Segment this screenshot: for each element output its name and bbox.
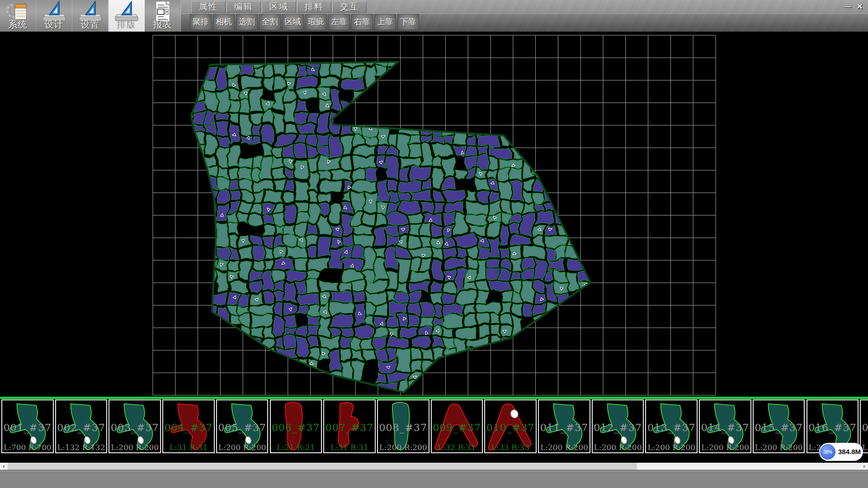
part-lr-count: L:200 R:200 [109,443,160,452]
strip-top-line [0,397,868,399]
part-lr-count: L:200 R:200 [217,443,268,452]
part-name: 011_#37 [539,422,590,433]
part-lr-count: L:32 R:31 [432,443,482,452]
parts-strip: 001_#37L:700 R:700002_#37L:132 R:132003_… [0,397,868,455]
part-lr-count: L:132 R:132 [56,443,107,452]
app-tab-1[interactable]: 系统 [0,0,36,32]
app-tab-3[interactable]: 设置 [72,0,108,32]
tool-10[interactable]: 下靠 [397,14,419,30]
tool-8[interactable]: 右靠 [351,14,373,30]
app-tab-label: 报表 [145,19,180,31]
part-thumbnail-013_#37[interactable]: 013_#37L:200 R:200 [645,399,698,453]
part-thumbnail-005_#37[interactable]: 005_#37L:200 R:200 [216,399,269,453]
tool-6[interactable]: 瑕疵 [305,14,327,30]
part-name: 013_#37 [646,422,697,433]
part-thumbnail-008_#37[interactable]: 008_#37L:200 R:200 [377,399,429,453]
app-tab-label: 设置 [72,19,108,31]
app-tab-label: 设计 [36,19,72,31]
menu-5[interactable]: 交互 [332,1,367,13]
part-lr-count: L:200 R:200 [378,443,429,452]
part-thumbnail-011_#37[interactable]: 011_#37L:200 R:200 [538,399,590,453]
part-thumbnail-006_#37[interactable]: 006_#37L:21 R:21 [270,399,322,453]
part-thumbnail-002_#37[interactable]: 002_#37L:132 R:132 [55,399,108,453]
tool-7[interactable]: 左靠 [328,14,350,30]
part-name: 003_#37 [109,422,160,433]
app-tab-label: 排版 [108,19,144,31]
progress-badge: 38% 384.8M [819,443,863,461]
part-name: 010_#37 [485,422,536,433]
part-thumbnail-010_#37[interactable]: 010_#37L:33 R:33 [484,399,537,453]
menu-4[interactable]: 排料 [297,1,331,13]
tool-9[interactable]: 上靠 [374,14,396,30]
part-lr-count: L:200 R:200 [754,443,804,452]
part-lr-count: L:200 R:200 [539,443,590,452]
app-tab-5[interactable]: 报表 [145,0,181,32]
part-thumbnail-001_#37[interactable]: 001_#37L:700 R:700 [1,399,54,453]
app-tab-label: 系统 [0,19,36,31]
scroll-right-button[interactable]: › [860,463,868,470]
part-name: 002_#37 [56,422,107,433]
part-thumbnail-003_#37[interactable]: 003_#37L:200 R:200 [108,399,161,453]
part-lr-count: L:21 R:21 [271,443,321,452]
part-thumbnail-015_#37[interactable]: 015_#37L:200 R:200 [753,399,805,453]
part-thumbnail-017_#37[interactable]: 017_#37L:200 R:200 [860,399,868,453]
part-thumbnail-009_#37[interactable]: 009_#37L:32 R:31 [431,399,483,453]
memory-label: 384.8M [838,443,861,461]
part-thumbnail-007_#37[interactable]: 007_#37L:31 R:31 [323,399,376,453]
tool-1[interactable]: 聚排 [190,14,212,30]
status-band [0,470,868,488]
part-thumbnail-004_#37[interactable]: 004_#37L:31 R:31 [162,399,215,453]
tool-5[interactable]: 区域 [282,14,304,30]
horizontal-scrollbar[interactable]: ‹ › [0,463,868,470]
part-name: 004_#37 [163,422,214,433]
part-name: 017_#37 [861,422,868,433]
close-button[interactable]: ✕ [854,2,865,12]
title-bar: 系统设计设置排版报表 属性编辑区域排料交互 聚排相机选割全割区域瑕疵左靠右靠上靠… [0,0,868,32]
part-lr-count: L:31 R:31 [163,443,214,452]
part-lr-count: L:200 R:200 [700,443,750,452]
menu-3[interactable]: 区域 [262,1,296,13]
progress-circle: 38% [820,444,835,460]
part-lr-count: L:33 R:33 [485,443,536,452]
part-thumbnail-012_#37[interactable]: 012_#37L:200 R:200 [592,399,644,453]
menu-1[interactable]: 属性 [191,1,226,13]
part-name: 001_#37 [2,422,53,433]
minimize-button[interactable]: — [842,2,853,12]
part-lr-count: L:200 R:200 [646,443,697,452]
part-name: 007_#37 [324,422,375,433]
scroll-left-button[interactable]: ‹ [0,463,8,470]
tool-4[interactable]: 全割 [259,14,281,30]
part-lr-count: L:31 R:31 [324,443,375,452]
part-name: 016_#37 [807,422,858,433]
tool-3[interactable]: 选割 [236,14,258,30]
part-name: 006_#37 [271,422,321,433]
app-tab-4[interactable]: 排版 [108,0,145,32]
menu-2[interactable]: 编辑 [226,1,261,13]
part-thumbnail-014_#37[interactable]: 014_#37L:200 R:200 [699,399,751,453]
part-lr-count: L:700 R:700 [2,443,53,452]
part-name: 005_#37 [217,422,268,433]
part-name: 009_#37 [432,422,482,433]
app-tab-2[interactable]: 设计 [36,0,72,32]
part-name: 015_#37 [754,422,804,433]
part-name: 008_#37 [378,422,429,433]
part-name: 012_#37 [593,422,643,433]
part-lr-count: L:200 R:200 [593,443,643,452]
tool-2[interactable]: 相机 [213,14,235,30]
part-name: 014_#37 [700,422,750,433]
scrollbar-thumb[interactable] [8,463,637,470]
